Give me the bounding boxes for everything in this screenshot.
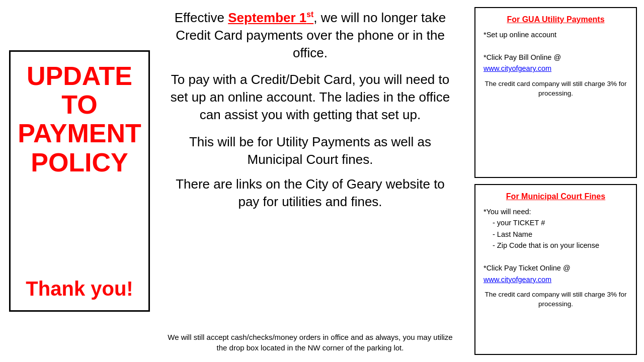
gua-utility-box: For GUA Utility Payments *Set up online …: [474, 7, 637, 178]
gua-line1: *Set up online account: [484, 29, 628, 40]
effective-prefix: Effective: [175, 10, 228, 25]
tertiary-notice-2: There are links on the City of Geary web…: [165, 175, 455, 211]
main-notice: Effective September 1st, we will no long…: [165, 9, 455, 62]
left-update-box: UPDATETOPAYMENTPOLICY Thank you!: [9, 50, 150, 312]
municipal-title: For Municipal Court Fines: [484, 192, 628, 201]
footer-notice: We will still accept cash/checks/money o…: [165, 327, 455, 353]
municipal-court-box: For Municipal Court Fines *You will need…: [474, 184, 637, 355]
gua-link: www.cityofgeary.com: [484, 64, 551, 72]
center-section: Effective September 1st, we will no long…: [150, 0, 470, 362]
secondary-notice: To pay with a Credit/Debit Card, you wil…: [165, 71, 455, 124]
municipal-processing-note: The credit card company will still charg…: [484, 290, 628, 309]
municipal-body: *You will need: - your TICKET # - Last N…: [484, 206, 628, 285]
gua-line2: *Click Pay Bill Online @ www.cityofgeary…: [484, 52, 628, 74]
gua-processing-note: The credit card company will still charg…: [484, 79, 628, 99]
effective-date: September 1st: [228, 10, 313, 25]
tertiary-notice-1: This will be for Utility Payments as wel…: [165, 133, 455, 168]
municipal-line1: *You will need:: [484, 206, 628, 217]
gua-body: *Set up online account *Click Pay Bill O…: [484, 29, 628, 74]
municipal-indent3: - Zip Code that is on your license: [484, 240, 628, 251]
municipal-indent1: - your TICKET #: [484, 217, 628, 228]
municipal-indent2: - Last Name: [484, 229, 628, 240]
thank-you-text: Thank you!: [26, 278, 133, 300]
gua-title: For GUA Utility Payments: [484, 15, 628, 24]
update-title: UPDATETOPAYMENTPOLICY: [18, 62, 141, 177]
municipal-link: www.cityofgeary.com: [484, 276, 551, 284]
municipal-line2: *Click Pay Ticket Online @ www.cityofgea…: [484, 262, 628, 285]
right-section: For GUA Utility Payments *Set up online …: [470, 0, 644, 362]
